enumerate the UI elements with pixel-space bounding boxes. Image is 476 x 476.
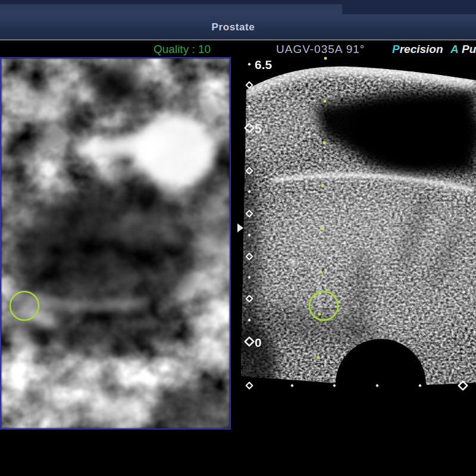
depth-label: 5 — [255, 121, 262, 135]
needle-dot — [318, 313, 321, 315]
ultrasound-fan — [237, 57, 476, 393]
precision-initial: P — [392, 43, 400, 55]
mode-label: A Pu — [450, 42, 476, 57]
mode-rest: Pu — [462, 43, 476, 55]
transducer-label: UAGV-035A 91° — [276, 42, 365, 57]
precision-label: Precision — [392, 42, 443, 57]
title-bar: Prostate — [0, 0, 476, 39]
mode-initial: A — [450, 43, 459, 55]
needle-dot — [324, 57, 327, 60]
screen: { "header": { "title": "Prostate" }, "st… — [0, 0, 476, 476]
ultrasound-image[interactable]: 6.550 — [237, 57, 476, 393]
needle-dot — [321, 184, 324, 187]
mri-panel[interactable] — [0, 57, 231, 430]
needle-dot — [317, 356, 320, 359]
status-bar: Quality : 10 UAGV-035A 91° Precision A P… — [0, 40, 476, 57]
mri-image[interactable] — [1, 58, 230, 428]
needle-dot — [320, 271, 322, 273]
title-bar-right-block — [342, 0, 476, 14]
needle-dot — [323, 142, 325, 144]
depth-label: 0 — [255, 336, 262, 349]
precision-rest: recision — [400, 43, 443, 55]
ultrasound-panel[interactable]: 6.550 — [237, 57, 476, 393]
needle-dot — [324, 100, 326, 102]
quality-label: Quality : 10 — [154, 42, 211, 57]
needle-dot — [320, 227, 322, 230]
page-title: Prostate — [0, 21, 466, 33]
depth-label: 6.5 — [255, 58, 273, 71]
